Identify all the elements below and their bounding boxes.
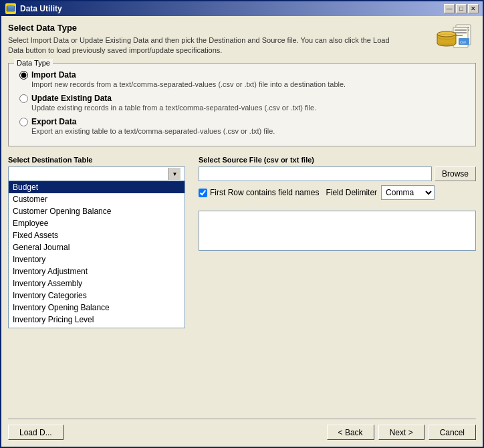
- left-panel: Select Destination Table ▼ BudgetCustome…: [8, 156, 185, 419]
- destination-dropdown[interactable]: ▼: [8, 166, 185, 181]
- source-file-input[interactable]: [199, 166, 432, 181]
- page-description: Select Import Data or Update Existing Da…: [8, 35, 396, 56]
- export-data-label[interactable]: Export Data: [31, 117, 76, 126]
- source-file-label: Select Source File (csv or txt file): [199, 156, 476, 164]
- footer-right: < Back Next > Cancel: [327, 425, 476, 440]
- minimize-button[interactable]: —: [444, 4, 455, 13]
- title-bar-title: Data Utility: [20, 4, 62, 13]
- options-row: First Row contains field names Field Del…: [199, 185, 476, 200]
- delimiter-label: Field Delimiter: [326, 188, 377, 197]
- destination-dropdown-list[interactable]: BudgetCustomerCustomer Opening BalanceEm…: [8, 181, 185, 328]
- browse-button[interactable]: Browse: [435, 166, 476, 181]
- title-bar-left: Data Utility: [5, 3, 62, 14]
- dropdown-item[interactable]: Inventory Categories: [9, 290, 185, 302]
- dropdown-arrow-icon[interactable]: ▼: [168, 168, 180, 180]
- export-data-option[interactable]: Export Data Export an existing table to …: [19, 117, 465, 135]
- footer: Load D... < Back Next > Cancel: [8, 419, 476, 440]
- cancel-button[interactable]: Cancel: [429, 425, 476, 440]
- first-row-checkbox-label[interactable]: First Row contains field names: [199, 188, 319, 197]
- import-data-desc: Import new records from a text/comma-sep…: [31, 80, 465, 88]
- svg-rect-9: [455, 32, 467, 33]
- first-row-label-text: First Row contains field names: [210, 188, 319, 197]
- dropdown-item[interactable]: Inventory Assembly: [9, 277, 185, 290]
- title-bar-controls: — □ ✕: [444, 4, 479, 13]
- update-data-desc: Update existing records in a table from …: [31, 104, 465, 112]
- update-data-radio[interactable]: [19, 94, 28, 103]
- dropdown-item[interactable]: General Journal: [9, 241, 185, 253]
- app-icon: [5, 3, 16, 14]
- delimiter-select[interactable]: CommaTabSemicolonSpace: [381, 185, 435, 200]
- dropdown-item[interactable]: Inventory Special Pricing: [9, 326, 185, 328]
- page-title: Select Data Type: [8, 23, 396, 33]
- destination-table-label: Select Destination Table: [8, 156, 185, 164]
- dropdown-item[interactable]: Customer Opening Balance: [9, 205, 185, 217]
- close-button[interactable]: ✕: [468, 4, 479, 13]
- right-panel: Select Source File (csv or txt file) Bro…: [199, 156, 476, 419]
- dropdown-item[interactable]: Inventory: [9, 253, 185, 265]
- update-data-label[interactable]: Update Existing Data: [31, 94, 112, 103]
- dropdown-item[interactable]: Inventory Adjustment: [9, 265, 185, 277]
- source-file-section: Select Source File (csv or txt file) Bro…: [199, 156, 476, 200]
- dropdown-item[interactable]: Fixed Assets: [9, 229, 185, 241]
- import-data-label[interactable]: Import Data: [31, 70, 76, 80]
- dropdown-item[interactable]: Customer: [9, 193, 185, 205]
- dropdown-item[interactable]: Inventory Opening Balance: [9, 302, 185, 314]
- header-text: Select Data Type Select Import Data or U…: [8, 23, 396, 56]
- footer-left: Load D...: [8, 425, 64, 440]
- dropdown-item[interactable]: Employee: [9, 217, 185, 229]
- back-button[interactable]: < Back: [327, 425, 374, 440]
- maximize-button[interactable]: □: [456, 4, 467, 13]
- next-button[interactable]: Next >: [378, 425, 425, 440]
- main-content: Select Data Type Select Import Data or U…: [1, 16, 483, 447]
- export-data-radio[interactable]: [19, 118, 28, 126]
- bottom-section: Select Destination Table ▼ BudgetCustome…: [8, 156, 476, 419]
- header-section: Select Data Type Select Import Data or U…: [8, 23, 476, 56]
- data-type-legend: Data Type: [14, 59, 53, 67]
- delimiter-row: Field Delimiter CommaTabSemicolonSpace: [326, 185, 435, 200]
- svg-point-2: [7, 7, 14, 9]
- svg-text:csv: csv: [460, 40, 466, 44]
- dropdown-item[interactable]: Inventory Pricing Level: [9, 314, 185, 326]
- import-data-option[interactable]: Import Data Import new records from a te…: [19, 70, 465, 88]
- main-window: Data Utility — □ ✕ Select Data Type Sele…: [0, 0, 484, 448]
- load-data-button[interactable]: Load D...: [8, 425, 64, 440]
- export-data-desc: Export an existing table to a text/comma…: [31, 127, 465, 135]
- source-file-row: Browse: [199, 166, 476, 181]
- title-bar: Data Utility — □ ✕: [1, 1, 483, 16]
- first-row-checkbox[interactable]: [199, 189, 207, 197]
- destination-dropdown-wrapper: ▼ BudgetCustomerCustomer Opening Balance…: [8, 166, 185, 328]
- dropdown-item[interactable]: Budget: [9, 181, 185, 193]
- additional-info-textarea[interactable]: [199, 211, 476, 251]
- header-icon: csv: [433, 23, 476, 56]
- import-data-radio[interactable]: [19, 71, 28, 80]
- update-data-option[interactable]: Update Existing Data Update existing rec…: [19, 94, 465, 112]
- data-type-section: Data Type Import Data Import new records…: [8, 63, 476, 146]
- svg-rect-8: [455, 29, 467, 31]
